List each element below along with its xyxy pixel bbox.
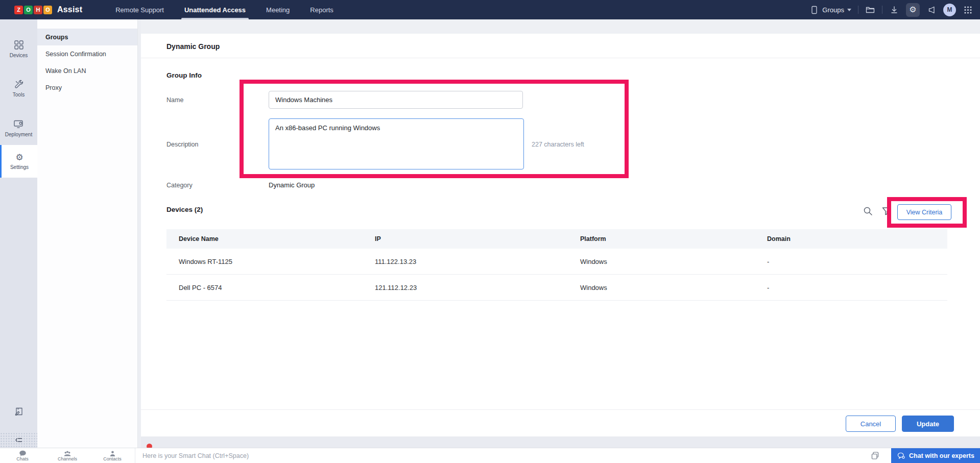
- apps-grid-icon[interactable]: [963, 5, 973, 15]
- search-icon[interactable]: [862, 205, 873, 216]
- chat-with-experts-button[interactable]: Chat with our experts: [891, 448, 980, 463]
- stacked-windows-icon: [871, 451, 879, 460]
- avatar[interactable]: M: [943, 4, 956, 16]
- cell-device-name: Dell PC - 6574: [166, 284, 375, 291]
- chat-tab-chats[interactable]: Chats: [0, 448, 45, 463]
- sidebar-item-label: Settings: [10, 164, 29, 170]
- category-value: Dynamic Group: [269, 181, 315, 189]
- submenu-item-proxy[interactable]: Proxy: [37, 79, 137, 96]
- cell-ip: 121.112.12.23: [375, 284, 580, 291]
- chat-tab-label: Chats: [16, 456, 29, 461]
- groups-dropdown-label: Groups: [822, 6, 844, 14]
- settings-gear-icon: ⚙: [15, 153, 23, 162]
- nav-meeting[interactable]: Meeting: [256, 0, 300, 19]
- chat-windows-button[interactable]: [858, 448, 891, 463]
- chat-tab-channels[interactable]: Channels: [45, 448, 90, 463]
- sidebar-item-devices[interactable]: Devices: [0, 33, 37, 65]
- description-textarea[interactable]: An x86-based PC running Windows: [269, 118, 524, 169]
- sidebar-item-tools[interactable]: Tools: [0, 72, 37, 105]
- settings-submenu: Groups Session Confirmation Wake On LAN …: [37, 19, 138, 448]
- name-input[interactable]: [269, 91, 523, 109]
- deployment-monitor-icon: [13, 119, 24, 129]
- sidebar-item-label: Deployment: [5, 132, 32, 137]
- table-row[interactable]: Windows RT-1125 111.122.13.23 Windows -: [166, 249, 947, 275]
- characters-left-counter: 227 characters left: [532, 141, 584, 148]
- devices-grid-icon: [14, 40, 24, 50]
- panel-gutter: [138, 19, 141, 448]
- column-header-domain: Domain: [767, 235, 947, 242]
- column-header-ip: IP: [375, 235, 580, 242]
- cell-platform: Windows: [580, 284, 767, 291]
- filter-icon[interactable]: [880, 205, 892, 216]
- nav-unattended-access[interactable]: Unattended Access: [174, 0, 256, 19]
- experts-label: Chat with our experts: [909, 452, 974, 459]
- collapse-icon: [14, 435, 23, 445]
- divider: [858, 6, 858, 14]
- sidebar-item-label: Devices: [10, 53, 28, 58]
- divider: [882, 6, 882, 14]
- update-button[interactable]: Update: [902, 416, 954, 432]
- sidebar-item-deployment[interactable]: Deployment: [0, 112, 37, 144]
- device-icon: [809, 5, 819, 15]
- group-info-heading: Group Info: [166, 71, 202, 79]
- name-label: Name: [166, 96, 183, 104]
- logo-tile-o1: O: [24, 6, 33, 14]
- cell-device-name: Windows RT-1125: [166, 258, 375, 265]
- gear-icon: ⚙: [909, 6, 916, 14]
- nav-reports[interactable]: Reports: [300, 0, 344, 19]
- folder-icon[interactable]: [865, 5, 875, 15]
- title-divider: [141, 58, 980, 58]
- chevron-down-icon: [847, 9, 851, 11]
- logo-tile-h: H: [34, 6, 42, 14]
- devices-table: Device Name IP Platform Domain Windows R…: [166, 229, 947, 301]
- sidebar-collapse-strip[interactable]: [0, 432, 37, 448]
- topbar: Z O H O Assist Remote Support Unattended…: [0, 0, 980, 19]
- cell-platform: Windows: [580, 258, 767, 265]
- chat-tab-label: Channels: [58, 456, 77, 461]
- primary-sidebar: Devices Tools Deployment ⚙ Settings: [0, 19, 37, 448]
- submenu-item-groups[interactable]: Groups: [37, 29, 137, 45]
- cell-domain: -: [767, 258, 947, 265]
- page-title: Dynamic Group: [166, 42, 220, 51]
- submenu-item-wake-on-lan[interactable]: Wake On LAN: [37, 62, 137, 79]
- chat-tab-contacts[interactable]: Contacts: [90, 448, 135, 463]
- feedback-button[interactable]: [0, 400, 37, 423]
- settings-gear-button[interactable]: ⚙: [906, 3, 920, 17]
- devices-heading: Devices (2): [166, 206, 203, 213]
- smart-chat-input-area: [135, 448, 858, 463]
- submenu-item-session-confirmation[interactable]: Session Confirmation: [37, 45, 137, 62]
- description-label: Description: [166, 141, 199, 148]
- cancel-button[interactable]: Cancel: [846, 416, 896, 432]
- nav-remote-support[interactable]: Remote Support: [105, 0, 174, 19]
- bottom-gray-band: [141, 436, 980, 448]
- logo-tile-z: Z: [14, 6, 23, 14]
- column-header-device-name: Device Name: [166, 235, 375, 242]
- tools-icon: [14, 79, 24, 89]
- cell-ip: 111.122.13.23: [375, 258, 580, 265]
- experts-chat-icon: [897, 452, 905, 459]
- top-nav: Remote Support Unattended Access Meeting…: [105, 0, 344, 19]
- column-header-platform: Platform: [580, 235, 767, 242]
- product-name: Assist: [57, 5, 82, 14]
- cell-domain: -: [767, 284, 947, 291]
- view-criteria-button[interactable]: View Criteria: [897, 204, 951, 220]
- feedback-note-icon: [14, 406, 24, 417]
- groups-dropdown[interactable]: Groups: [809, 5, 851, 15]
- sidebar-item-settings[interactable]: ⚙ Settings: [0, 145, 37, 178]
- zoho-assist-logo[interactable]: Z O H O Assist: [14, 5, 82, 14]
- sidebar-item-label: Tools: [13, 92, 25, 98]
- footer-divider: [141, 409, 980, 410]
- megaphone-icon[interactable]: [926, 5, 937, 15]
- category-label: Category: [166, 182, 193, 189]
- topbar-controls: Groups ⚙ M: [809, 3, 973, 17]
- download-icon[interactable]: [889, 5, 899, 15]
- table-row[interactable]: Dell PC - 6574 121.112.12.23 Windows -: [166, 275, 947, 301]
- smart-chat-bar: Chats Channels Contacts Chat with our ex…: [0, 448, 980, 463]
- smart-chat-input[interactable]: [142, 452, 858, 459]
- logo-tile-o2: O: [43, 6, 52, 14]
- chat-tab-label: Contacts: [103, 456, 122, 461]
- devices-table-header: Device Name IP Platform Domain: [166, 229, 947, 249]
